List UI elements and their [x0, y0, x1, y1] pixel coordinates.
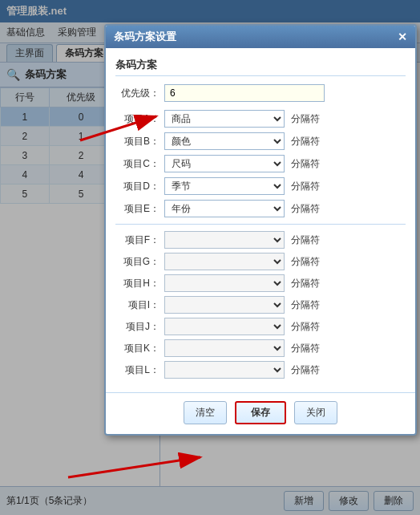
field-row-f: 项目F： 分隔符 — [115, 231, 406, 249]
field-row-i: 项目I： 分隔符 — [115, 296, 406, 314]
modal-dialog: 条码方案设置 ✕ 条码方案 优先级： 项目A： 商品 分隔符 项目B： 颜色 分… — [104, 24, 417, 436]
label-i: 项目I： — [115, 298, 160, 312]
label-b: 项目B： — [115, 135, 160, 148]
label-d: 项目D： — [115, 180, 160, 193]
select-d[interactable]: 季节 — [164, 177, 285, 195]
sep-label-g: 分隔符 — [291, 255, 320, 269]
sep-label-j: 分隔符 — [291, 320, 320, 334]
select-c[interactable]: 尺码 — [164, 155, 285, 172]
sep-label-b: 分隔符 — [291, 135, 320, 148]
field-row-h: 项目H： 分隔符 — [115, 274, 406, 292]
modal-title: 条码方案设置 — [114, 30, 176, 44]
section-divider — [115, 224, 406, 225]
sep-label-h: 分隔符 — [291, 277, 320, 290]
field-row-c: 项目C： 尺码 分隔符 — [115, 155, 406, 172]
close-button[interactable]: 关闭 — [294, 401, 337, 424]
modal-close-icon[interactable]: ✕ — [398, 30, 407, 43]
field-row-j: 项目J： 分隔符 — [115, 318, 406, 335]
modal-body: 条码方案 优先级： 项目A： 商品 分隔符 项目B： 颜色 分隔符 项目C： 尺… — [106, 48, 415, 392]
label-g: 项目G： — [115, 255, 160, 269]
sep-label-c: 分隔符 — [291, 157, 320, 171]
label-k: 项目K： — [115, 342, 160, 355]
modal-title-bar: 条码方案设置 ✕ — [106, 26, 415, 48]
label-j: 项目J： — [115, 320, 160, 334]
field-row-e: 项目E： 年份 分隔符 — [115, 200, 406, 217]
modal-section-title: 条码方案 — [115, 58, 406, 76]
sep-label-a: 分隔符 — [291, 112, 320, 126]
sep-label-d: 分隔符 — [291, 180, 320, 193]
save-button[interactable]: 保存 — [235, 401, 286, 424]
sep-label-e: 分隔符 — [291, 202, 320, 216]
label-h: 项目H： — [115, 277, 160, 290]
select-i[interactable] — [164, 296, 285, 314]
field-row-d: 项目D： 季节 分隔符 — [115, 177, 406, 195]
select-l[interactable] — [164, 361, 285, 379]
field-row-k: 项目K： 分隔符 — [115, 339, 406, 357]
priority-row: 优先级： — [115, 84, 406, 102]
field-row-a: 项目A： 商品 分隔符 — [115, 110, 406, 128]
sep-label-k: 分隔符 — [291, 342, 320, 355]
select-j[interactable] — [164, 318, 285, 335]
field-row-g: 项目G： 分隔符 — [115, 253, 406, 270]
modal-footer: 清空 保存 关闭 — [106, 392, 415, 434]
clear-button[interactable]: 清空 — [184, 401, 227, 424]
sep-label-l: 分隔符 — [291, 363, 320, 377]
priority-label: 优先级： — [115, 87, 160, 100]
priority-input[interactable] — [164, 84, 325, 102]
select-g[interactable] — [164, 253, 285, 270]
select-h[interactable] — [164, 274, 285, 292]
label-a: 项目A： — [115, 112, 160, 126]
select-b[interactable]: 颜色 — [164, 132, 285, 150]
select-a[interactable]: 商品 — [164, 110, 285, 128]
label-l: 项目L： — [115, 363, 160, 377]
field-row-l: 项目L： 分隔符 — [115, 361, 406, 379]
label-f: 项目F： — [115, 233, 160, 247]
sep-label-i: 分隔符 — [291, 298, 320, 312]
sep-label-f: 分隔符 — [291, 233, 320, 247]
label-c: 项目C： — [115, 157, 160, 171]
field-row-b: 项目B： 颜色 分隔符 — [115, 132, 406, 150]
select-e[interactable]: 年份 — [164, 200, 285, 217]
label-e: 项目E： — [115, 202, 160, 216]
select-k[interactable] — [164, 339, 285, 357]
select-f[interactable] — [164, 231, 285, 249]
